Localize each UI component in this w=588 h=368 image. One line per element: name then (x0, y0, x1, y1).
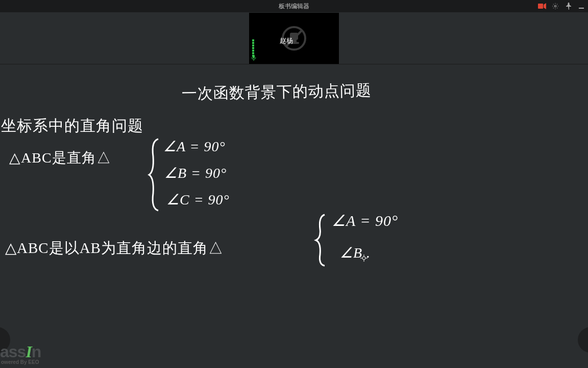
ink-angleC1: ∠C = 90° (166, 191, 230, 208)
ink-title: 一次函数背景下的动点问题 (182, 80, 372, 104)
gear-icon[interactable] (551, 2, 559, 10)
svg-rect-3 (579, 8, 584, 9)
cursor-icon (360, 255, 368, 264)
participant-name: 赵杨 (280, 36, 293, 45)
logo-tagline: owered By EEO (0, 359, 41, 365)
ink-case1: △ABC是直角△ (9, 148, 111, 168)
app-logo: assIn owered By EEO (0, 342, 41, 365)
record-icon[interactable] (538, 2, 546, 10)
svg-rect-0 (538, 4, 543, 9)
titlebar-controls (538, 0, 585, 12)
logo-text-2: n (32, 342, 41, 361)
window-title: 板书编辑器 (279, 2, 309, 11)
logo-accent: I (26, 342, 31, 361)
video-tile[interactable]: 赵杨 (249, 13, 339, 64)
ink-subtitle: 坐标系中的直角问题 (1, 116, 143, 136)
svg-point-10 (362, 257, 365, 260)
svg-point-2 (554, 5, 556, 7)
svg-marker-1 (544, 3, 546, 9)
ink-angleB1: ∠B = 90° (164, 165, 227, 181)
brace-1 (147, 136, 162, 215)
brace-2 (313, 212, 329, 270)
mic-icon (251, 54, 256, 63)
whiteboard[interactable]: 一次函数背景下的动点问题 坐标系中的直角问题 △ABC是直角△ ∠A = 90°… (0, 64, 588, 368)
logo-text: ass (0, 342, 26, 361)
right-tool-handle[interactable] (578, 327, 588, 353)
ink-angleA2: ∠A = 90° (332, 212, 398, 229)
titlebar: 板书编辑器 (0, 0, 588, 12)
ink-case2: △ABC是以AB为直角边的直角△ (5, 238, 224, 259)
svg-rect-9 (253, 55, 255, 58)
minimize-icon[interactable] (578, 2, 585, 10)
video-strip: 赵杨 (0, 12, 588, 64)
ink-angleA1: ∠A = 90° (163, 138, 226, 155)
pin-icon[interactable] (565, 2, 573, 10)
